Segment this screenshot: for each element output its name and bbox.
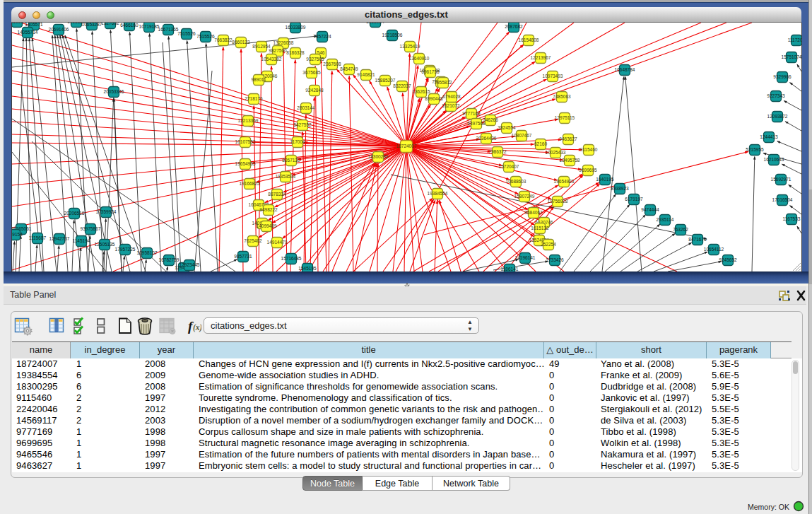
svg-text:1733426: 1733426: [546, 257, 564, 262]
svg-text:15885207: 15885207: [375, 78, 396, 83]
svg-text:14099489: 14099489: [257, 223, 277, 228]
svg-text:13325419: 13325419: [400, 44, 420, 49]
svg-text:2803144: 2803144: [297, 105, 315, 110]
svg-text:1615132: 1615132: [531, 226, 549, 230]
svg-text:11353534: 11353534: [276, 174, 296, 179]
svg-text:3824554: 3824554: [498, 125, 516, 130]
svg-text:18495758: 18495758: [560, 158, 580, 163]
svg-text:763262: 763262: [673, 227, 688, 232]
svg-text:9474444: 9474444: [641, 207, 659, 212]
svg-text:16671365: 16671365: [158, 27, 179, 32]
svg-text:62160: 62160: [534, 141, 547, 146]
svg-text:8322037: 8322037: [393, 83, 411, 88]
svg-text:8186328: 8186328: [286, 50, 305, 55]
svg-text:12923445: 12923445: [180, 262, 200, 267]
svg-text:16154808: 16154808: [519, 37, 539, 42]
svg-text:939154: 939154: [12, 232, 23, 237]
svg-text:17359924: 17359924: [96, 209, 117, 214]
svg-text:252254: 252254: [541, 242, 556, 247]
svg-text:9463627: 9463627: [559, 136, 577, 141]
svg-text:1186141: 1186141: [501, 267, 519, 271]
svg-text:989011: 989011: [251, 77, 266, 82]
svg-text:6466160: 6466160: [120, 23, 139, 28]
svg-text:20053346: 20053346: [104, 89, 124, 94]
svg-text:9327505: 9327505: [306, 57, 324, 62]
svg-text:(x): (x): [193, 323, 201, 332]
svg-text:12942737: 12942737: [49, 236, 70, 241]
svg-text:9827500: 9827500: [269, 48, 287, 53]
svg-text:6961758: 6961758: [421, 69, 440, 74]
svg-text:19654965: 19654965: [235, 161, 256, 166]
svg-text:15807249: 15807249: [514, 194, 535, 199]
svg-text:13226058: 13226058: [273, 40, 294, 45]
svg-text:8427552: 8427552: [293, 122, 312, 127]
svg-text:18724007: 18724007: [396, 144, 417, 148]
svg-text:2087682: 2087682: [505, 24, 523, 29]
svg-text:1405571: 1405571: [25, 23, 43, 27]
svg-text:3675685: 3675685: [302, 70, 321, 75]
svg-text:16210643: 16210643: [764, 157, 784, 162]
svg-text:7515526: 7515526: [196, 34, 215, 39]
svg-text:14914479: 14914479: [267, 240, 288, 245]
svg-text:8471676: 8471676: [688, 237, 707, 242]
svg-text:2935114: 2935114: [657, 217, 674, 222]
svg-text:16782759: 16782759: [159, 257, 180, 262]
svg-text:10719185: 10719185: [139, 24, 160, 29]
svg-text:7485063: 7485063: [553, 94, 571, 99]
svg-text:1362615: 1362615: [412, 89, 430, 94]
svg-text:8660123: 8660123: [232, 40, 250, 45]
svg-text:8454749: 8454749: [340, 66, 358, 71]
svg-text:15720407: 15720407: [499, 164, 519, 169]
svg-text:1145194: 1145194: [73, 238, 90, 243]
svg-text:10807467: 10807467: [512, 133, 532, 138]
svg-text:10107552: 10107552: [235, 139, 256, 144]
svg-text:14055714: 14055714: [18, 30, 38, 35]
svg-text:7357224: 7357224: [313, 34, 331, 39]
svg-text:20364436: 20364436: [476, 136, 497, 141]
svg-text:19166825: 19166825: [240, 181, 260, 186]
svg-text:7663822: 7663822: [214, 37, 233, 42]
svg-text:17016504: 17016504: [772, 197, 793, 202]
svg-text:17957225: 17957225: [115, 247, 136, 252]
svg-text:9777169: 9777169: [462, 111, 481, 116]
svg-text:8267130: 8267130: [282, 158, 300, 163]
svg-text:15716485: 15716485: [281, 256, 302, 261]
svg-text:746266: 746266: [483, 117, 498, 122]
svg-text:9115460: 9115460: [580, 147, 598, 152]
svg-text:8912954: 8912954: [252, 44, 271, 49]
svg-text:1527602: 1527602: [101, 23, 119, 25]
svg-text:10543382: 10543382: [261, 57, 282, 62]
svg-text:6179197: 6179197: [625, 197, 643, 201]
svg-text:1115687: 1115687: [29, 235, 47, 240]
svg-text:15692971: 15692971: [771, 177, 792, 182]
svg-text:19384554: 19384554: [428, 191, 448, 196]
svg-text:1117207: 1117207: [788, 37, 801, 42]
svg-text:7955812: 7955812: [434, 80, 452, 85]
svg-text:93975867: 93975867: [81, 226, 101, 231]
svg-text:19654923: 19654923: [554, 179, 575, 184]
svg-text:20206516: 20206516: [64, 211, 85, 216]
svg-text:1621072: 1621072: [442, 103, 460, 108]
svg-text:12975115: 12975115: [555, 115, 575, 120]
svg-text:5215955: 5215955: [746, 147, 764, 152]
svg-text:8813054: 8813054: [366, 23, 384, 24]
svg-text:9684067: 9684067: [524, 210, 543, 215]
svg-text:9699695: 9699695: [579, 168, 597, 173]
svg-text:12505135: 12505135: [95, 242, 115, 247]
svg-text:16033809: 16033809: [286, 25, 306, 30]
svg-text:9227343: 9227343: [767, 93, 785, 98]
svg-text:12213369: 12213369: [238, 118, 259, 123]
svg-text:12093872: 12093872: [767, 114, 788, 119]
svg-text:7625402: 7625402: [244, 238, 262, 243]
svg-text:9329966: 9329966: [773, 74, 792, 79]
svg-text:10973493: 10973493: [543, 74, 563, 78]
svg-text:8938923: 8938923: [611, 186, 629, 191]
svg-text:2069914: 2069914: [12, 23, 26, 24]
svg-text:10688603: 10688603: [506, 179, 526, 184]
svg-text:2367608: 2367608: [323, 62, 341, 66]
svg-text:13640910: 13640910: [409, 56, 430, 61]
svg-text:2718176: 2718176: [245, 96, 263, 101]
svg-text:117004: 117004: [290, 139, 305, 144]
svg-text:9242848: 9242848: [305, 88, 324, 93]
svg-text:7986372: 7986372: [488, 149, 507, 154]
